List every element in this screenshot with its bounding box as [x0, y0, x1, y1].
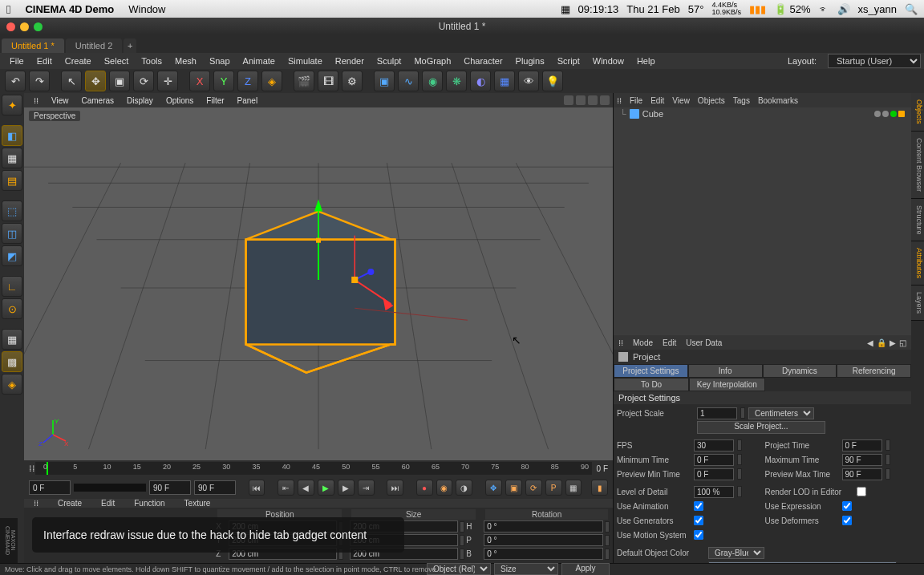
tab-info[interactable]: Info: [688, 364, 763, 378]
vp-menu-view[interactable]: View: [45, 96, 75, 105]
om-menu-objects[interactable]: Objects: [698, 96, 725, 105]
menu-help[interactable]: Help: [630, 56, 662, 66]
activity-icon[interactable]: ▮▮▮: [749, 3, 766, 15]
x-axis-lock[interactable]: X: [189, 71, 210, 91]
attr-menu-mode[interactable]: Mode: [633, 338, 653, 347]
om-menu-tags[interactable]: Tags: [733, 96, 750, 105]
attr-menu-userdata[interactable]: User Data: [686, 338, 722, 347]
minimize-icon[interactable]: [20, 22, 29, 31]
key-param-button[interactable]: P: [545, 480, 562, 496]
light-tool[interactable]: 💡: [542, 71, 563, 91]
environment-tool[interactable]: ▦: [494, 71, 515, 91]
snap-enable[interactable]: ▦: [2, 329, 22, 350]
mac-menu-window[interactable]: Window: [128, 3, 165, 15]
prev-key-button[interactable]: ⇤: [278, 480, 294, 496]
menu-snap[interactable]: Snap: [203, 56, 237, 66]
app-name[interactable]: CINEMA 4D Demo: [25, 3, 114, 15]
menu-mesh[interactable]: Mesh: [168, 56, 203, 66]
goto-start-button[interactable]: ⏮: [249, 480, 265, 496]
doc-tab-1[interactable]: Untitled 1 *: [2, 38, 64, 53]
om-menu-bookmarks[interactable]: Bookmarks: [758, 96, 798, 105]
frame-current-field[interactable]: [194, 480, 236, 495]
primitive-cube[interactable]: ▣: [374, 71, 395, 91]
om-menu-file[interactable]: File: [630, 96, 642, 105]
vp-nav-icon[interactable]: [576, 95, 586, 105]
apply-button[interactable]: Apply: [561, 563, 610, 575]
tab-key-interp[interactable]: Key Interpolation: [689, 378, 764, 391]
frame-end-field[interactable]: [149, 480, 191, 495]
grip-icon[interactable]: ⁞⁞: [24, 499, 48, 508]
undo-button[interactable]: ↶: [5, 71, 26, 91]
apple-logo-icon[interactable]: : [6, 2, 10, 16]
project-scale-unit[interactable]: Centimeters: [748, 407, 814, 419]
render-settings[interactable]: ⚙: [342, 71, 363, 91]
lock-icon[interactable]: 🔒: [877, 338, 886, 347]
lod-field[interactable]: [694, 486, 734, 498]
axis-mode[interactable]: ∟: [2, 276, 22, 297]
tab-todo[interactable]: To Do: [614, 378, 689, 391]
color-picker-icon[interactable]: ▸: [900, 563, 908, 564]
viewport-solo[interactable]: ⊙: [2, 298, 22, 319]
menu-mograph[interactable]: MoGraph: [407, 56, 457, 66]
add-tab-button[interactable]: +: [124, 38, 136, 53]
doc-tab-2[interactable]: Untitled 2: [66, 38, 122, 53]
key-rot-button[interactable]: ⟳: [525, 480, 542, 496]
mat-menu-create[interactable]: Create: [48, 499, 91, 508]
tab-project-settings[interactable]: Project Settings: [614, 364, 688, 378]
workplane-tool[interactable]: ◈: [2, 374, 22, 395]
dock-tab-structure[interactable]: Structure: [911, 199, 924, 242]
key-pla-button[interactable]: ▦: [565, 480, 582, 496]
edge-mode[interactable]: ◫: [2, 223, 22, 244]
rot-h-field[interactable]: [484, 520, 603, 532]
menu-window[interactable]: Window: [586, 56, 630, 66]
keyframe-sel-button[interactable]: ◑: [456, 480, 472, 496]
coord-system[interactable]: ◈: [261, 71, 282, 91]
y-axis-lock[interactable]: Y: [213, 71, 234, 91]
menu-select[interactable]: Select: [98, 56, 136, 66]
mat-menu-texture[interactable]: Texture: [175, 499, 221, 508]
dock-tab-content[interactable]: Content Browser: [911, 132, 924, 199]
vp-menu-cameras[interactable]: Cameras: [75, 96, 121, 105]
use-expression-checkbox[interactable]: [842, 501, 852, 511]
key-pos-button[interactable]: ✥: [485, 480, 502, 496]
menu-sculpt[interactable]: Sculpt: [371, 56, 408, 66]
layout-select[interactable]: Startup (User): [828, 54, 921, 68]
generator2-tool[interactable]: ❋: [446, 71, 467, 91]
key-scale-button[interactable]: ▣: [505, 480, 522, 496]
menu-animate[interactable]: Animate: [237, 56, 282, 66]
vp-menu-options[interactable]: Options: [160, 96, 200, 105]
move-tool[interactable]: ✥: [85, 71, 106, 91]
render-lod-checkbox[interactable]: [857, 487, 866, 496]
enable-icon[interactable]: [890, 111, 897, 117]
next-key-button[interactable]: ⇥: [358, 480, 375, 496]
timeline-window-button[interactable]: ▮: [591, 480, 608, 496]
tab-referencing[interactable]: Referencing: [837, 364, 911, 378]
close-icon[interactable]: [6, 22, 15, 31]
vp-nav-icon[interactable]: [588, 95, 598, 105]
attr-menu-edit[interactable]: Edit: [663, 338, 676, 347]
recent-tool[interactable]: ✛: [157, 71, 178, 91]
nav-back-icon[interactable]: ◀: [867, 338, 873, 347]
grip-icon[interactable]: ⁞⁞: [27, 96, 45, 105]
rot-p-field[interactable]: [484, 534, 603, 546]
project-scale-field[interactable]: [697, 407, 737, 419]
workplane-mode[interactable]: ▤: [2, 170, 22, 191]
redo-button[interactable]: ↷: [29, 71, 50, 91]
dock-tab-layers[interactable]: Layers: [911, 285, 924, 321]
project-time-field[interactable]: [842, 439, 882, 451]
menu-simulate[interactable]: Simulate: [282, 56, 329, 66]
expand-icon[interactable]: └: [620, 109, 626, 119]
wifi-icon[interactable]: ᯤ: [819, 3, 829, 15]
maximize-icon[interactable]: [34, 22, 43, 31]
render-pv[interactable]: 🎞: [318, 71, 338, 91]
next-frame-button[interactable]: ▶: [338, 480, 355, 496]
menu-file[interactable]: File: [3, 56, 30, 66]
menu-plugins[interactable]: Plugins: [509, 56, 551, 66]
menu-edit[interactable]: Edit: [30, 56, 59, 66]
point-mode[interactable]: ⬚: [2, 200, 22, 221]
texture-mode[interactable]: ▦: [2, 148, 22, 168]
mat-menu-edit[interactable]: Edit: [91, 499, 124, 508]
vp-nav-icon[interactable]: [600, 95, 610, 105]
timeline[interactable]: ⁞⁞ 051015202530354045505560657075808590 …: [24, 460, 613, 476]
spotlight-icon[interactable]: 🔍: [905, 3, 918, 15]
